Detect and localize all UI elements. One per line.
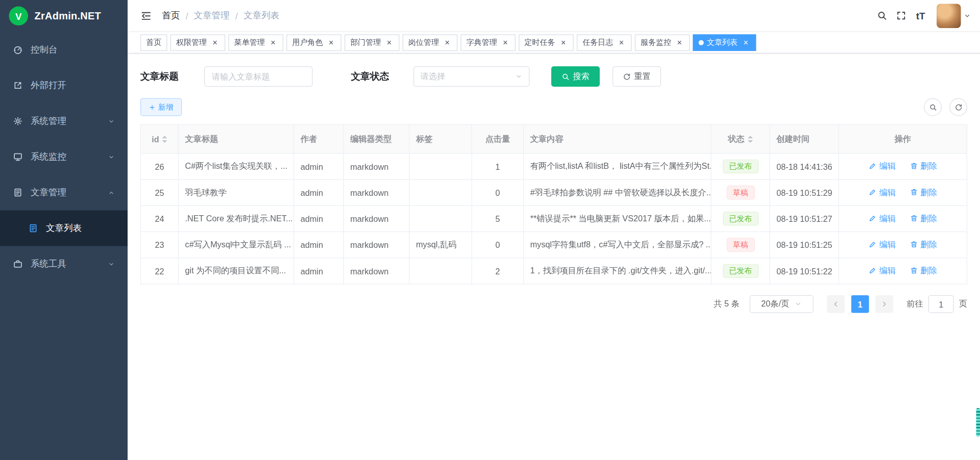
cell-created: 08-19 10:51:29 — [770, 180, 839, 206]
user-avatar[interactable] — [937, 4, 961, 28]
page-size-select[interactable]: 20条/页 — [750, 295, 814, 313]
column-header-label: 作者 — [301, 133, 317, 145]
tab-close-icon[interactable]: × — [385, 38, 394, 47]
edit-link[interactable]: 编辑 — [868, 161, 896, 172]
tab[interactable]: 服务监控 × — [635, 34, 690, 51]
tab-label: 定时任务 — [525, 37, 555, 48]
sidebar-item[interactable]: 文章列表 — [0, 211, 128, 246]
edit-link[interactable]: 编辑 — [868, 265, 896, 277]
table-column-header: 状态 — [711, 124, 770, 153]
tab-label: 用户角色 — [292, 37, 323, 48]
tab-close-icon[interactable]: × — [443, 38, 452, 47]
sidebar-item[interactable]: 系统工具 — [0, 246, 128, 282]
tab-close-icon[interactable]: × — [211, 38, 220, 47]
cell-status: 草稿 — [711, 180, 770, 206]
cell-author: admin — [294, 258, 344, 284]
add-button[interactable]: 新增 — [140, 98, 182, 116]
app-title: ZrAdmin.NET — [35, 10, 102, 22]
cell-id: 22 — [141, 258, 179, 284]
next-page-button[interactable] — [875, 295, 893, 313]
sidebar-item[interactable]: 系统管理 — [0, 104, 128, 139]
tab[interactable]: 文章列表 × — [693, 34, 756, 51]
tab-close-icon[interactable]: × — [617, 38, 626, 47]
cell-operations: 编辑 删除 — [839, 258, 967, 284]
tab[interactable]: 部门管理 × — [345, 34, 400, 51]
sidebar-item-label: 系统工具 — [31, 258, 66, 270]
sidebar-item[interactable]: 控制台 — [0, 32, 128, 68]
table-row: 24 .NET Core 发布时提示.NET... admin markdown… — [141, 206, 967, 232]
main-area: 首页 / 文章管理 / 文章列表 tT 首页 权限管理 × 菜单管理 × — [128, 0, 980, 460]
tab[interactable]: 岗位管理 × — [403, 34, 458, 51]
cell-status: 草稿 — [711, 232, 770, 258]
delete-link[interactable]: 删除 — [910, 187, 937, 198]
delete-link[interactable]: 删除 — [910, 213, 937, 224]
cell-id: 25 — [141, 180, 179, 206]
content: 文章标题 文章状态 请选择 搜索 重置 新 — [128, 54, 980, 460]
tab-close-icon[interactable]: × — [742, 38, 751, 47]
chevron-down-icon[interactable] — [964, 12, 971, 19]
sort-icon[interactable] — [748, 136, 753, 143]
app-logo[interactable]: V ZrAdmin.NET — [0, 0, 128, 32]
tab[interactable]: 任务日志 × — [577, 34, 632, 51]
sort-icon[interactable] — [162, 136, 167, 143]
edit-link[interactable]: 编辑 — [868, 239, 896, 250]
column-header-label[interactable]: id — [152, 134, 159, 144]
tab[interactable]: 用户角色 × — [286, 34, 341, 51]
topbar: 首页 / 文章管理 / 文章列表 tT — [128, 0, 980, 32]
reset-button[interactable]: 重置 — [612, 66, 661, 87]
tab-close-icon[interactable]: × — [501, 38, 510, 47]
search-button[interactable]: 搜索 — [551, 66, 600, 87]
edit-link[interactable]: 编辑 — [868, 213, 896, 224]
breadcrumb: 首页 / 文章管理 / 文章列表 — [162, 10, 280, 21]
table-row: 25 羽毛球教学 admin markdown 0 #羽毛球拍参数说明 ## 中… — [141, 180, 967, 206]
page-root: V ZrAdmin.NET 控制台 外部打开 系统管理 系统监控 文章管理 文章… — [0, 0, 980, 460]
article-status-select[interactable]: 请选择 — [413, 66, 530, 87]
prev-page-button[interactable] — [827, 295, 845, 313]
tab-close-icon[interactable]: × — [675, 38, 684, 47]
edit-link-label: 编辑 — [879, 265, 896, 277]
table-column-header: 创建时间 — [770, 124, 839, 153]
search-button-label: 搜索 — [573, 71, 590, 83]
menu-fold-icon[interactable] — [140, 10, 152, 21]
article-title-input[interactable] — [204, 66, 313, 87]
tab[interactable]: 定时任务 × — [519, 34, 574, 51]
delete-link[interactable]: 删除 — [910, 265, 937, 277]
cell-operations: 编辑 删除 — [839, 232, 967, 258]
external-link-icon — [13, 81, 23, 91]
tab[interactable]: 字典管理 × — [461, 34, 516, 51]
sidebar-item[interactable]: 外部打开 — [0, 68, 128, 104]
fullscreen-icon[interactable] — [892, 6, 911, 25]
cell-created: 08-19 10:51:22 — [770, 258, 839, 284]
tab[interactable]: 首页 — [140, 34, 167, 51]
delete-link[interactable]: 删除 — [910, 161, 937, 172]
sidebar-item-label: 文章管理 — [31, 187, 66, 198]
sidebar-item[interactable]: 文章管理 — [0, 175, 128, 211]
sidebar-item[interactable]: 系统监控 — [0, 139, 128, 175]
toggle-search-button[interactable] — [924, 98, 942, 116]
delete-link[interactable]: 删除 — [910, 239, 937, 250]
tab-close-icon[interactable]: × — [327, 38, 336, 47]
column-header-label[interactable]: 状态 — [728, 133, 745, 145]
cell-editor: markdown — [344, 206, 409, 232]
tab-close-icon[interactable]: × — [559, 38, 568, 47]
tab-close-icon[interactable]: × — [268, 38, 278, 47]
column-header-label: 编辑器类型 — [350, 133, 391, 145]
column-header-label: 文章标题 — [185, 133, 218, 145]
search-icon[interactable] — [873, 6, 892, 25]
tab[interactable]: 权限管理 × — [170, 34, 226, 51]
edit-link[interactable]: 编辑 — [868, 187, 896, 198]
cell-title: C#两个list集合实现关联，... — [178, 154, 293, 180]
font-size-icon[interactable]: tT — [916, 10, 925, 21]
logo-icon: V — [9, 7, 29, 26]
refresh-table-button[interactable] — [949, 98, 967, 116]
cell-title: c#写入Mysql中文显示乱码 ... — [178, 232, 293, 258]
cell-operations: 编辑 删除 — [839, 154, 967, 180]
cell-id: 26 — [141, 154, 179, 180]
goto-page-input[interactable] — [928, 295, 954, 313]
breadcrumb-item-home[interactable]: 首页 — [162, 10, 180, 21]
chevron-down-icon — [794, 300, 802, 308]
page-number-button[interactable]: 1 — [851, 295, 869, 313]
tab[interactable]: 菜单管理 × — [229, 34, 284, 51]
cell-title: .NET Core 发布时提示.NET... — [178, 206, 293, 232]
scrollbar-thumb[interactable] — [976, 408, 980, 437]
